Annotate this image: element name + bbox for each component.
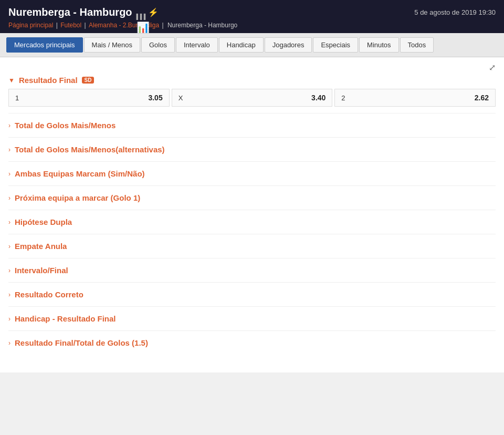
odd-label-x: X <box>178 94 183 102</box>
lightning-icon: ⚡ <box>148 7 159 17</box>
collapsible-chevron-8: › <box>8 315 10 323</box>
collapsible-item-4[interactable]: › Hipótese Dupla <box>8 210 496 234</box>
collapsible-item-0[interactable]: › Total de Golos Mais/Menos <box>8 113 496 137</box>
breadcrumb-match: Nuremberga - Hamburgo <box>167 22 237 29</box>
collapsible-chevron-1: › <box>8 146 10 153</box>
collapsible-label-4: Hipótese Dupla <box>15 218 72 226</box>
collapsible-list: › Total de Golos Mais/Menos › Total de G… <box>8 113 496 355</box>
collapsible-chevron-2: › <box>8 170 10 178</box>
header: Nuremberga - Hamburgo 📊 ⚡ 5 de agosto de… <box>0 0 504 33</box>
odd-box-x[interactable]: X 3.40 <box>172 89 333 107</box>
tabs-bar: Mercados principais Mais / Menos Golos I… <box>0 33 504 57</box>
resultado-final-chevron: ▼ <box>8 77 15 84</box>
collapsible-chevron-6: › <box>8 267 10 274</box>
tab-especiais[interactable]: Especiais <box>313 37 358 53</box>
collapsible-chevron-3: › <box>8 194 10 202</box>
match-title-group: Nuremberga - Hamburgo 📊 ⚡ <box>8 6 159 18</box>
breadcrumb-sep2: | <box>85 22 88 29</box>
collapsible-item-5[interactable]: › Empate Anula <box>8 234 496 258</box>
collapsible-item-3[interactable]: › Próxima equipa a marcar (Golo 1) <box>8 185 496 210</box>
tab-mais-menos[interactable]: Mais / Menos <box>84 37 140 53</box>
tab-intervalo[interactable]: Intervalo <box>176 37 218 53</box>
collapsible-item-6[interactable]: › Intervalo/Final <box>8 258 496 282</box>
expand-button[interactable]: ⤢ <box>489 63 496 72</box>
collapsible-label-5: Empate Anula <box>15 242 67 251</box>
collapsible-label-6: Intervalo/Final <box>15 266 68 275</box>
match-date: 5 de agosto de 2019 19:30 <box>414 8 496 16</box>
tab-golos[interactable]: Golos <box>141 37 175 53</box>
breadcrumb-home[interactable]: Página principal <box>8 22 53 29</box>
odd-box-2[interactable]: 2 2.62 <box>334 89 496 107</box>
collapsible-chevron-5: › <box>8 243 10 250</box>
match-title-text: Nuremberga - Hamburgo <box>8 6 132 18</box>
live-badge: SD <box>82 77 94 84</box>
collapsible-label-3: Próxima equipa a marcar (Golo 1) <box>15 193 140 202</box>
odd-label-2: 2 <box>341 94 345 102</box>
header-top: Nuremberga - Hamburgo 📊 ⚡ 5 de agosto de… <box>8 6 496 18</box>
tab-jogadores[interactable]: Jogadores <box>265 37 312 53</box>
main-content: ⤢ ▼ Resultado Final SD 1 3.05 X 3.40 2 2… <box>0 57 504 372</box>
tab-todos[interactable]: Todos <box>400 37 434 53</box>
collapsible-label-7: Resultado Correto <box>15 290 83 299</box>
breadcrumb-sep1: | <box>56 22 59 29</box>
expand-row: ⤢ <box>8 57 496 76</box>
collapsible-item-7[interactable]: › Resultado Correto <box>8 282 496 306</box>
odd-box-1[interactable]: 1 3.05 <box>8 89 170 107</box>
stats-icon: 📊 <box>136 9 144 16</box>
collapsible-label-8: Handicap - Resultado Final <box>15 314 116 323</box>
collapsible-chevron-9: › <box>8 339 10 347</box>
breadcrumb-sport[interactable]: Futebol <box>60 22 81 29</box>
odd-value-1: 3.05 <box>148 94 162 102</box>
collapsible-label-2: Ambas Equipas Marcam (Sim/Não) <box>15 169 145 178</box>
collapsible-chevron-4: › <box>8 219 10 226</box>
collapsible-item-9[interactable]: › Resultado Final/Total de Golos (1.5) <box>8 330 496 355</box>
tab-handicap[interactable]: Handicap <box>219 37 264 53</box>
tab-minutos[interactable]: Minutos <box>359 37 399 53</box>
collapsible-chevron-0: › <box>8 122 10 129</box>
collapsible-label-9: Resultado Final/Total de Golos (1.5) <box>15 338 148 347</box>
collapsible-chevron-7: › <box>8 291 10 298</box>
collapsible-label-1: Total de Golos Mais/Menos(alternativas) <box>15 145 165 154</box>
resultado-final-title: Resultado Final <box>19 76 78 85</box>
odd-label-1: 1 <box>15 94 19 102</box>
odds-row: 1 3.05 X 3.40 2 2.62 <box>8 89 496 107</box>
collapsible-label-0: Total de Golos Mais/Menos <box>15 121 116 130</box>
collapsible-item-1[interactable]: › Total de Golos Mais/Menos(alternativas… <box>8 137 496 161</box>
collapsible-item-8[interactable]: › Handicap - Resultado Final <box>8 306 496 330</box>
resultado-final-section: ▼ Resultado Final SD 1 3.05 X 3.40 2 2.6… <box>8 76 496 107</box>
odd-value-2: 2.62 <box>475 94 489 102</box>
breadcrumb: Página principal | Futebol | Alemanha - … <box>8 22 496 29</box>
collapsible-item-2[interactable]: › Ambas Equipas Marcam (Sim/Não) <box>8 161 496 185</box>
odd-value-x: 3.40 <box>311 94 326 102</box>
breadcrumb-sep3: | <box>162 22 165 29</box>
tab-mercados[interactable]: Mercados principais <box>6 37 83 53</box>
resultado-final-header: ▼ Resultado Final SD <box>8 76 496 85</box>
